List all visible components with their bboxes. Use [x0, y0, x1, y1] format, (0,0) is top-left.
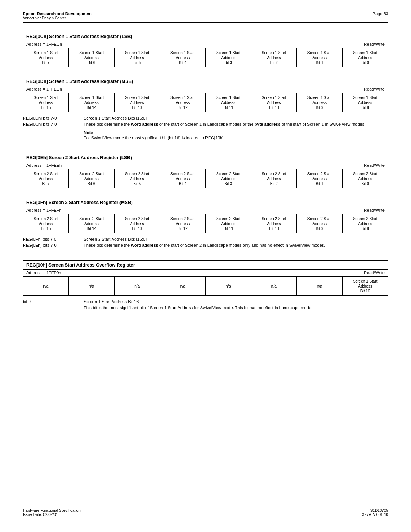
bit-cell: n/a — [251, 277, 297, 295]
bit-cell: n/a — [115, 277, 160, 295]
bit-cell: Screen 1 StartAddressBit 8 — [342, 93, 388, 112]
bit-cell: Screen 1 StartAddressBit 13 — [115, 93, 160, 112]
bit-cell: n/a — [206, 277, 252, 295]
reg10h-table: REG[10h] Screen Start Address Overflow R… — [23, 260, 388, 296]
note-block-1: Note For SwivelView mode the most signif… — [84, 130, 388, 140]
bit-cell: Screen 1 StartAddressBit 10 — [251, 93, 297, 112]
reg0fh-address: Address = 1FFEFh — [26, 208, 62, 212]
desc-row-6: This bit is the most significant bit of … — [23, 305, 388, 310]
desc-row-2: REG[0Ch] bits 7-0 These bits determine t… — [23, 122, 388, 126]
bit-cell: Screen 1 StartAddressBit 0 — [342, 48, 388, 67]
reg0eh-address-row: Address = 1FFEEh Read/Write — [23, 162, 388, 169]
bit-cell: Screen 2 StartAddressBit 15 — [23, 214, 69, 233]
desc-label-1: REG[0Dh] bits 7-0 — [23, 116, 84, 120]
bit-cell: Screen 2 StartAddressBit 9 — [297, 214, 342, 233]
desc-row-4: REG[0Eh] bits 7-0 These bits determine t… — [23, 243, 388, 248]
bit-cell: Screen 1 StartAddressBit 9 — [297, 93, 342, 112]
page-number: Page 63 — [373, 11, 388, 16]
desc-row-3: REG[0Fh] bits 7-0 Screen 2 Start Address… — [23, 237, 388, 241]
bit-cell: Screen 2 StartAddressBit 2 — [251, 169, 297, 188]
note-text-1: For SwivelView mode the most significant… — [84, 136, 388, 140]
reg0dh-rw: Read/Write — [364, 87, 385, 91]
reg0ch-table: REG[0Ch] Screen 1 Start Address Register… — [23, 32, 388, 67]
bit-cell: n/a — [160, 277, 206, 295]
bit-cell: Screen 2 StartAddressBit 12 — [160, 214, 206, 233]
bit-cell: Screen 1 StartAddressBit 2 — [251, 48, 297, 67]
desc-row-5: bit 0 Screen 1 Start Address Bit 16 — [23, 299, 388, 304]
reg0ch-header: REG[0Ch] Screen 1 Start Address Register… — [23, 32, 388, 41]
desc-text-6: This bit is the most significant bit of … — [84, 305, 388, 310]
reg10h-header: REG[10h] Screen Start Address Overflow R… — [23, 261, 388, 270]
desc-label-4: REG[0Eh] bits 7-0 — [23, 243, 84, 248]
reg10h-bits: n/an/an/an/an/an/an/aScreen 1 StartAddre… — [23, 277, 388, 295]
bit-cell: Screen 1 StartAddressBit 6 — [69, 48, 115, 67]
desc-text-1: Screen 1 Start Address Bits [15:0] — [84, 116, 388, 120]
reg0fh-title: REG[0Fh] Screen 2 Start Address Register… — [26, 200, 133, 205]
reg0ch-rw: Read/Write — [364, 42, 385, 46]
bit-cell: Screen 1 StartAddressBit 11 — [206, 93, 252, 112]
bit-cell: Screen 1 StartAddressBit 3 — [206, 48, 252, 67]
bit-cell: Screen 2 StartAddressBit 5 — [115, 169, 160, 188]
bit-cell: Screen 2 StartAddressBit 7 — [23, 169, 69, 188]
bit-cell: n/a — [297, 277, 342, 295]
section-reg0fh: REG[0Fh] Screen 2 Start Address Register… — [23, 198, 388, 251]
desc-reg10h: bit 0 Screen 1 Start Address Bit 16 This… — [23, 299, 388, 310]
bit-cell: Screen 1 StartAddressBit 4 — [160, 48, 206, 67]
desc-text-2: These bits determine the word address of… — [84, 122, 388, 126]
page-header: Epson Research and Development Vancouver… — [23, 11, 388, 23]
bit-cell: Screen 2 StartAddressBit 8 — [342, 214, 388, 233]
reg0ch-bits: Screen 1 StartAddressBit 7Screen 1 Start… — [23, 48, 388, 67]
bit-cell: Screen 1 StartAddressBit 1 — [297, 48, 342, 67]
reg0dh-title: REG[0Dh] Screen 1 Start Address Register… — [26, 79, 133, 84]
desc-row-1: REG[0Dh] bits 7-0 Screen 1 Start Address… — [23, 116, 388, 120]
desc-text-4: These bits determine the word address of… — [84, 243, 388, 248]
desc-reg0fh: REG[0Fh] bits 7-0 Screen 2 Start Address… — [23, 237, 388, 248]
reg0dh-bits: Screen 1 StartAddressBit 15Screen 1 Star… — [23, 93, 388, 112]
bit-cell: n/a — [23, 277, 69, 295]
footer-issue-date: Issue Date: 02/02/01 — [23, 513, 81, 517]
reg0ch-address: Address = 1FFECh — [26, 42, 62, 46]
reg10h-address: Address = 1FFF0h — [26, 270, 61, 275]
desc-label-5: bit 0 — [23, 299, 84, 304]
bit-cell: Screen 1 StartAddressBit 12 — [160, 93, 206, 112]
reg0ch-title: REG[0Ch] Screen 1 Start Address Register… — [26, 34, 132, 39]
section-reg10h: REG[10h] Screen Start Address Overflow R… — [23, 260, 388, 314]
bit-cell: Screen 1 StartAddressBit 15 — [23, 93, 69, 112]
reg0fh-table: REG[0Fh] Screen 2 Start Address Register… — [23, 198, 388, 233]
footer-doc-code: X27A-A-001-10 — [362, 513, 388, 517]
desc-reg0dh: REG[0Dh] bits 7-0 Screen 1 Start Address… — [23, 116, 388, 126]
bit-cell: Screen 1 StartAddressBit 5 — [115, 48, 160, 67]
footer-right: S1D13705 X27A-A-001-10 — [362, 508, 388, 517]
reg0fh-bits: Screen 2 StartAddressBit 15Screen 2 Star… — [23, 214, 388, 233]
note-title-1: Note — [84, 130, 388, 135]
footer-doc-id: S1D13705 — [362, 508, 388, 513]
reg0dh-address-row: Address = 1FFEDh Read/Write — [23, 86, 388, 93]
bit-cell: Screen 2 StartAddressBit 1 — [297, 169, 342, 188]
desc-label-6 — [23, 305, 84, 310]
bit-cell: Screen 2 StartAddressBit 11 — [206, 214, 252, 233]
reg0dh-header: REG[0Dh] Screen 1 Start Address Register… — [23, 77, 388, 86]
footer-left: Hardware Functional Specification Issue … — [23, 508, 81, 517]
bit-cell: n/a — [69, 277, 115, 295]
reg10h-rw: Read/Write — [364, 270, 385, 275]
reg0eh-rw: Read/Write — [364, 163, 385, 168]
reg10h-address-row: Address = 1FFF0h Read/Write — [23, 270, 388, 277]
header-left: Epson Research and Development Vancouver… — [23, 11, 92, 20]
reg10h-title: REG[10h] Screen Start Address Overflow R… — [26, 262, 135, 268]
bit-cell: Screen 2 StartAddressBit 6 — [69, 169, 115, 188]
bit-cell: Screen 1 StartAddressBit 7 — [23, 48, 69, 67]
desc-label-2: REG[0Ch] bits 7-0 — [23, 122, 84, 126]
desc-text-5: Screen 1 Start Address Bit 16 — [84, 299, 388, 304]
desc-text-3: Screen 2 Start Address Bits [15:0] — [84, 237, 388, 241]
reg0dh-table: REG[0Dh] Screen 1 Start Address Register… — [23, 77, 388, 112]
reg0dh-address: Address = 1FFEDh — [26, 87, 62, 91]
section-reg0ch: REG[0Ch] Screen 1 Start Address Register… — [23, 32, 388, 68]
bit-cell: Screen 2 StartAddressBit 10 — [251, 214, 297, 233]
reg0eh-table: REG[0Eh] Screen 2 Start Address Register… — [23, 153, 388, 188]
bit-cell: Screen 2 StartAddressBit 13 — [115, 214, 160, 233]
footer-doc-title: Hardware Functional Specification — [23, 508, 81, 513]
company-subtitle: Vancouver Design Center — [23, 16, 92, 20]
bit-cell: Screen 2 StartAddressBit 0 — [342, 169, 388, 188]
section-reg0dh: REG[0Dh] Screen 1 Start Address Register… — [23, 77, 388, 144]
reg0fh-rw: Read/Write — [364, 208, 385, 212]
